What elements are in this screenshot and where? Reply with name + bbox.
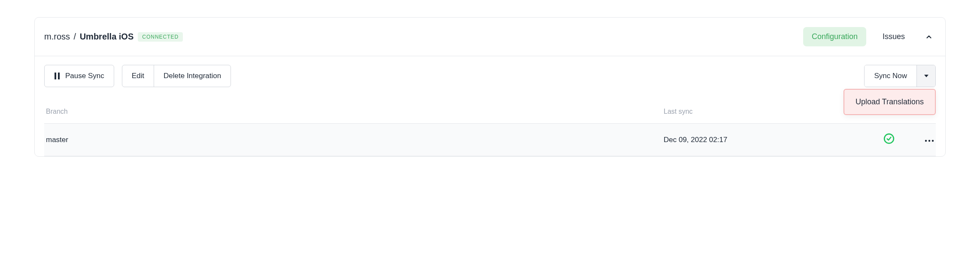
pause-sync-button[interactable]: Pause Sync [44, 65, 114, 87]
cell-branch: master [46, 136, 664, 144]
table-header: Branch Last sync [44, 108, 936, 124]
panel-body: Pause Sync Edit Delete Integration Sync … [35, 56, 945, 156]
check-circle-icon [883, 133, 895, 144]
chevron-up-icon[interactable] [924, 32, 934, 42]
breadcrumb-owner: m.ross [44, 32, 70, 41]
panel-header: m.ross / Umbrella iOS CONNECTED Configur… [35, 18, 945, 56]
tab-configuration[interactable]: Configuration [803, 27, 866, 46]
pause-sync-label: Pause Sync [65, 72, 104, 80]
upload-translations-item[interactable]: Upload Translations [856, 97, 924, 106]
cell-last-sync: Dec 09, 2022 02:17 [664, 136, 870, 144]
cell-status [870, 133, 908, 146]
delete-integration-label: Delete Integration [164, 72, 221, 80]
svg-marker-2 [924, 75, 928, 77]
branches-table: Branch Last sync master Dec 09, 2022 02:… [44, 108, 936, 156]
sync-now-button[interactable]: Sync Now [865, 65, 916, 87]
table-row: master Dec 09, 2022 02:17 [44, 124, 936, 156]
pause-icon [54, 73, 60, 79]
breadcrumb-project: Umbrella iOS [80, 32, 134, 41]
caret-down-icon [924, 75, 928, 77]
svg-point-6 [932, 140, 934, 141]
edit-button[interactable]: Edit [122, 65, 154, 87]
toolbar: Pause Sync Edit Delete Integration Sync … [44, 65, 936, 87]
tab-issues[interactable]: Issues [874, 27, 913, 46]
cell-actions [908, 136, 934, 144]
svg-point-5 [928, 140, 930, 141]
breadcrumb-separator: / [71, 32, 79, 41]
breadcrumb-group: m.ross / Umbrella iOS CONNECTED [44, 32, 183, 42]
svg-rect-1 [58, 73, 60, 79]
more-horizontal-icon[interactable] [925, 140, 934, 142]
delete-integration-button[interactable]: Delete Integration [154, 65, 231, 87]
sync-now-split-button: Sync Now [864, 65, 936, 87]
sync-dropdown-menu: Upload Translations [843, 89, 936, 115]
svg-point-4 [925, 140, 927, 141]
col-header-last-sync: Last sync [664, 108, 870, 115]
sync-now-dropdown-toggle[interactable] [916, 65, 935, 87]
svg-rect-0 [55, 73, 56, 79]
integration-panel: m.ross / Umbrella iOS CONNECTED Configur… [34, 17, 946, 157]
col-header-branch: Branch [46, 108, 664, 115]
header-right: Configuration Issues [803, 27, 936, 46]
breadcrumb: m.ross / Umbrella iOS [44, 32, 133, 42]
status-badge: CONNECTED [138, 32, 183, 42]
edit-delete-group: Edit Delete Integration [122, 65, 231, 87]
edit-label: Edit [132, 72, 144, 80]
sync-now-label: Sync Now [874, 72, 907, 80]
